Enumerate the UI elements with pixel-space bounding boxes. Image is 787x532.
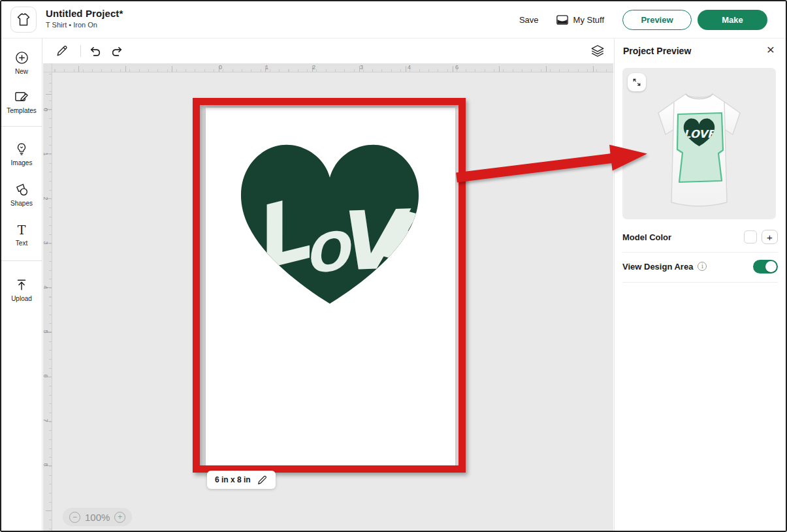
artboard-size-label: 6 in x 8 in xyxy=(215,475,251,484)
panel-divider xyxy=(622,252,778,253)
close-icon[interactable]: × xyxy=(767,42,775,56)
artboard-size-pill[interactable]: 6 in x 8 in xyxy=(207,471,276,489)
my-stuff-button[interactable]: My Stuff xyxy=(556,14,604,25)
design-canvas-area[interactable]: 0 1 2 3 4 6 0 1 2 3 4 5 6 7 8 xyxy=(43,63,613,532)
zoom-control: − 100% + xyxy=(63,508,132,526)
app-window: Untitled Project* T Shirt • Iron On Save… xyxy=(0,0,787,532)
expand-preview-button[interactable] xyxy=(628,73,646,91)
toolbar-divider xyxy=(80,45,81,57)
ruler-corner xyxy=(43,63,52,72)
annotation-highlight-rectangle xyxy=(193,98,466,473)
expand-arrows-icon xyxy=(632,78,641,87)
my-stuff-label: My Stuff xyxy=(573,15,604,25)
save-button[interactable]: Save xyxy=(519,15,539,25)
header-actions: Save My Stuff Preview Make xyxy=(519,1,767,39)
info-icon[interactable]: i xyxy=(698,262,707,271)
add-model-color-button[interactable]: + xyxy=(762,230,778,244)
redo-icon[interactable] xyxy=(110,44,124,58)
inbox-envelope-icon xyxy=(556,14,569,25)
view-design-area-label: View Design Area xyxy=(622,262,693,272)
zoom-out-button[interactable]: − xyxy=(69,512,80,523)
undo-icon[interactable] xyxy=(88,44,102,58)
plus-circle-icon xyxy=(14,50,29,65)
project-subtitle: T Shirt • Iron On xyxy=(46,21,123,29)
horizontal-ruler: 0 1 2 3 4 6 xyxy=(52,63,613,72)
zoom-level: 100% xyxy=(85,512,110,523)
make-button[interactable]: Make xyxy=(698,10,767,30)
overlapping-shapes-icon xyxy=(14,182,29,197)
panel-title: Project Preview xyxy=(623,46,691,56)
sidebar-item-upload[interactable]: Upload xyxy=(1,277,42,302)
left-sidebar: New Templates Images xyxy=(1,39,42,531)
sidebar-item-images[interactable]: Images xyxy=(1,142,42,166)
vertical-ruler: 0 1 2 3 4 5 6 7 8 xyxy=(43,72,52,532)
tshirt-right-sleeve xyxy=(723,102,740,134)
template-picture-pencil-icon xyxy=(14,89,29,104)
toggle-knob xyxy=(765,261,777,272)
layers-icon[interactable] xyxy=(590,44,605,58)
edit-pencil-icon[interactable] xyxy=(55,44,69,58)
edit-size-pencil-icon[interactable] xyxy=(257,475,268,486)
tshirt-mockup: LOVE xyxy=(622,68,776,219)
upload-arrow-icon xyxy=(14,277,29,292)
t-shirt-icon xyxy=(16,12,31,27)
lightbulb-icon xyxy=(14,142,29,157)
preview-button[interactable]: Preview xyxy=(622,10,692,30)
sidebar-item-new[interactable]: New xyxy=(1,50,42,75)
sidebar-divider xyxy=(1,260,42,261)
tshirt-preview-card: LOVE xyxy=(622,68,776,219)
project-type-button[interactable] xyxy=(10,7,37,33)
view-design-area-row: View Design Area i xyxy=(622,255,778,277)
header-bar: Untitled Project* T Shirt • Iron On Save… xyxy=(1,1,786,39)
sidebar-divider xyxy=(1,126,42,127)
zoom-in-button[interactable]: + xyxy=(114,512,125,523)
model-color-row: Model Color + xyxy=(622,227,778,247)
model-color-swatch[interactable] xyxy=(744,230,757,243)
sidebar-item-shapes[interactable]: Shapes xyxy=(1,182,42,207)
panel-divider xyxy=(622,282,778,283)
project-preview-panel: Project Preview × xyxy=(614,39,786,531)
project-title-block: Untitled Project* T Shirt • Iron On xyxy=(46,8,123,29)
sidebar-item-templates[interactable]: Templates xyxy=(1,89,42,114)
canvas-toolbar xyxy=(43,39,613,63)
model-color-label: Model Color xyxy=(622,232,671,242)
sidebar-item-text[interactable]: T Text xyxy=(1,223,42,247)
serif-t-icon: T xyxy=(18,223,26,237)
tshirt-left-sleeve xyxy=(658,102,675,134)
project-title: Untitled Project* xyxy=(46,8,123,19)
view-design-area-toggle[interactable] xyxy=(753,260,778,274)
